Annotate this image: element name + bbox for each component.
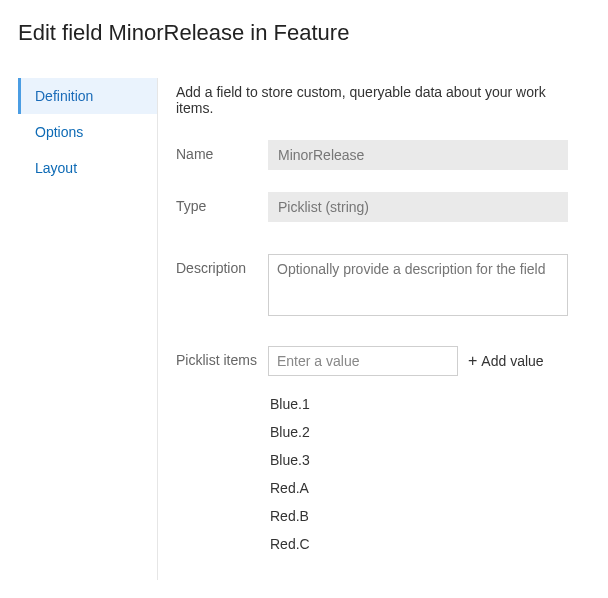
- add-value-label: Add value: [481, 353, 543, 369]
- list-item[interactable]: Blue.2: [268, 418, 584, 446]
- tab-layout[interactable]: Layout: [18, 150, 157, 186]
- name-field: MinorRelease: [268, 140, 568, 170]
- description-label: Description: [176, 254, 268, 276]
- tab-options[interactable]: Options: [18, 114, 157, 150]
- picklist-items: Blue.1 Blue.2 Blue.3 Red.A Red.B Red.C: [268, 390, 584, 558]
- picklist-input[interactable]: [268, 346, 458, 376]
- tab-definition[interactable]: Definition: [18, 78, 157, 114]
- list-item[interactable]: Blue.3: [268, 446, 584, 474]
- description-field[interactable]: [268, 254, 568, 316]
- add-value-button[interactable]: + Add value: [468, 353, 544, 369]
- list-item[interactable]: Red.A: [268, 474, 584, 502]
- plus-icon: +: [468, 353, 477, 369]
- list-item[interactable]: Red.C: [268, 530, 584, 558]
- page-title: Edit field MinorRelease in Feature: [18, 20, 590, 46]
- content-pane: Add a field to store custom, queryable d…: [158, 78, 590, 580]
- intro-text: Add a field to store custom, queryable d…: [176, 84, 584, 116]
- type-label: Type: [176, 192, 268, 214]
- type-field: Picklist (string): [268, 192, 568, 222]
- list-item[interactable]: Blue.1: [268, 390, 584, 418]
- list-item[interactable]: Red.B: [268, 502, 584, 530]
- name-label: Name: [176, 140, 268, 162]
- sidebar: Definition Options Layout: [18, 78, 158, 580]
- picklist-label: Picklist items: [176, 346, 268, 368]
